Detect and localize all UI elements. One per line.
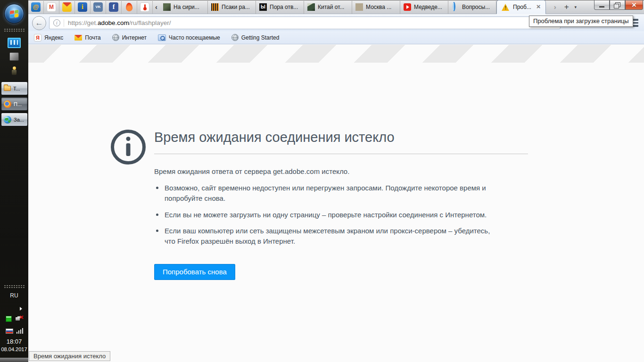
taskbar-button-folder[interactable]: Т... — [1, 82, 28, 95]
pinned-tab-yandex-mail[interactable] — [59, 0, 75, 14]
tab-favicon — [452, 3, 459, 11]
vk-icon — [93, 2, 103, 12]
desktop: Т... П... За... RU 18:07 08.04.2017 — [0, 0, 644, 362]
tab-2[interactable]: Псаки ра... — [208, 0, 256, 14]
bookmark-internet[interactable]: Интернет — [112, 34, 147, 41]
error-bullet: Если вы не можете загрузить ни одну стра… — [154, 210, 495, 220]
try-again-button[interactable]: Попробовать снова — [154, 264, 235, 280]
tab-3[interactable]: Пора отв... — [256, 0, 304, 14]
new-tab-button[interactable] — [564, 2, 569, 12]
facebook-icon — [109, 2, 118, 12]
pinned-tab-vk[interactable] — [91, 0, 106, 14]
globe-icon — [4, 116, 11, 123]
tab-7[interactable]: Вопросы... — [448, 0, 496, 14]
thermometer-icon — [140, 2, 149, 12]
error-bullet: Если ваш компьютер или сеть защищены меж… — [154, 226, 495, 247]
tab-favicon — [211, 3, 219, 11]
quicklaunch-reader-icon[interactable] — [8, 38, 21, 48]
tab-strip: На сири... Псаки ра... Пора отв... Китай… — [28, 0, 644, 14]
bookmark-yandex[interactable]: Яндекс — [34, 34, 63, 41]
tab-favicon — [355, 3, 363, 11]
russian-flag-icon[interactable] — [6, 329, 13, 334]
taskbar-button-label: За... — [14, 117, 24, 123]
page-info-icon[interactable] — [53, 19, 60, 26]
gmail-icon — [47, 2, 56, 12]
error-title: Время ожидания соединения истекло — [154, 130, 528, 145]
tab-favicon — [307, 3, 315, 11]
info-circle-icon — [111, 130, 146, 165]
tab-tooltip: Проблема при загрузке страницы — [529, 16, 633, 27]
network-disconnected-icon[interactable] — [15, 315, 23, 322]
youtube-icon — [404, 3, 411, 11]
urlbar-separator — [64, 19, 64, 27]
clock-date[interactable]: 08.04.2017 — [0, 346, 28, 352]
url-bar[interactable]: https://get.adobe.com/ru/flashplayer/ — [49, 16, 561, 29]
bookmark-mail[interactable]: Почта — [74, 34, 100, 41]
error-bullet: Возможно, сайт временно недоступен или п… — [154, 183, 495, 204]
window-controls — [594, 0, 643, 10]
bookmarks-toolbar: Яндекс Почта Интернет Часто посещаемые G… — [28, 31, 644, 44]
tab-6[interactable]: Медведе... — [400, 0, 448, 14]
minimize-button[interactable] — [594, 0, 610, 10]
tab-active-error[interactable]: Проб... — [496, 0, 546, 14]
mail-envelope-icon — [74, 35, 82, 41]
page-content: Время ожидания соединения истекло Время … — [28, 45, 644, 362]
windows-logo-icon — [10, 10, 18, 18]
tab-4[interactable]: Китай от... — [304, 0, 352, 14]
tab-scroll-left-icon[interactable] — [153, 0, 160, 14]
yandex-mail-icon — [62, 2, 72, 12]
taskbar-button-label: Т... — [13, 86, 20, 91]
tray-app-icon[interactable] — [6, 316, 12, 322]
tab-favicon — [259, 3, 267, 11]
taskbar-button-label: П... — [14, 101, 22, 107]
tray-expand-arrow-icon[interactable] — [20, 307, 22, 311]
taskbar-button-firefox[interactable]: П... — [1, 97, 28, 111]
tab-close-icon[interactable] — [537, 4, 541, 10]
tab-5[interactable]: Москва ... — [352, 0, 400, 14]
language-indicator[interactable]: RU — [0, 292, 28, 299]
globe-icon — [112, 34, 119, 41]
tab-scroll-right-icon[interactable] — [552, 0, 559, 14]
tab-favicon — [163, 3, 171, 11]
tabs: На сири... Псаки ра... Пора отв... Китай… — [160, 0, 546, 14]
pinned-tab-gmail[interactable] — [44, 0, 59, 14]
quicklaunch-app-icon[interactable] — [9, 52, 19, 61]
clock-time[interactable]: 18:07 — [0, 338, 28, 345]
browser-window: На сири... Псаки ра... Пора отв... Китай… — [28, 0, 644, 362]
warning-icon — [502, 4, 510, 11]
back-button[interactable] — [32, 16, 46, 30]
pinned-tab-informer[interactable] — [75, 0, 91, 14]
bookmark-getting-started[interactable]: Getting Started — [231, 34, 280, 41]
close-button[interactable] — [625, 0, 643, 10]
globe-icon — [231, 34, 239, 41]
firefox-icon — [4, 100, 11, 108]
taskbar-button-browser[interactable]: За... — [1, 113, 28, 126]
tab-1[interactable]: На сири... — [160, 0, 208, 14]
pinned-tab-flame[interactable] — [122, 0, 137, 14]
taskbar: Т... П... За... RU 18:07 08.04.2017 — [0, 0, 28, 362]
taskbar-grip — [4, 28, 25, 32]
title-divider — [154, 154, 528, 154]
error-description: Время ожидания ответа от сервера get.ado… — [154, 167, 528, 175]
bookmark-most-visited[interactable]: Часто посещаемые — [158, 34, 220, 41]
status-tooltip: Время ожидания истекло — [29, 351, 110, 361]
show-desktop-button[interactable] — [0, 358, 28, 362]
all-tabs-dropdown-icon[interactable] — [575, 5, 577, 9]
yandex-icon — [34, 34, 41, 41]
folder-search-icon — [158, 34, 166, 41]
restore-button[interactable] — [610, 0, 625, 10]
pinned-tab-weather[interactable] — [137, 0, 153, 14]
pinned-tab-facebook[interactable] — [106, 0, 122, 14]
tray-grip — [4, 285, 25, 288]
mailru-icon — [31, 2, 41, 12]
error-suggestions: Возможно, сайт временно недоступен или п… — [154, 183, 528, 247]
pinned-tab-mailru[interactable] — [28, 0, 44, 14]
folder-icon — [4, 86, 11, 91]
signal-bars-icon[interactable] — [17, 328, 23, 334]
network-error-panel: Время ожидания соединения истекло Время … — [111, 129, 528, 280]
quicklaunch-figure-icon[interactable] — [11, 66, 17, 75]
start-button[interactable] — [4, 4, 24, 24]
flame-icon — [125, 2, 133, 11]
url-text: https://get.adobe.com/ru/flashplayer/ — [68, 19, 171, 26]
error-stripes-band — [28, 45, 644, 63]
